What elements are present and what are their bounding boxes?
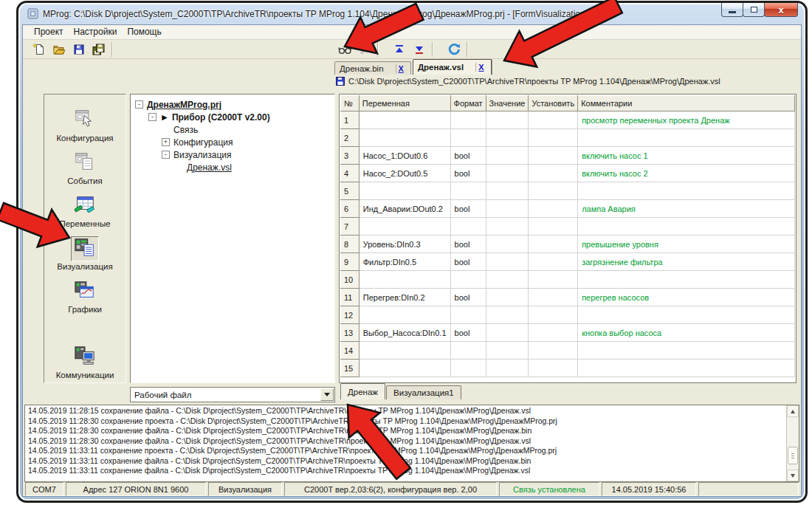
value-cell[interactable] [486,271,529,289]
variable-cell[interactable] [359,360,450,377]
set-cell[interactable] [529,289,578,306]
comment-cell[interactable] [578,271,795,289]
variable-cell[interactable] [359,218,450,236]
format-cell[interactable] [450,218,486,236]
set-cell[interactable] [529,306,578,324]
format-cell[interactable] [450,182,486,200]
comment-cell[interactable] [578,360,795,377]
comment-cell[interactable]: лампа Авария [578,200,795,218]
row-number-cell[interactable]: 13 [341,324,359,342]
tab-close-icon[interactable]: X [475,63,486,72]
tree-expander-icon[interactable]: - [162,151,170,159]
menu-project[interactable]: Проект [29,25,69,38]
sidebar-item-configuration[interactable]: Конфигурация [44,108,125,142]
set-cell[interactable] [529,218,578,236]
comment-cell[interactable] [578,218,795,236]
row-number-cell[interactable]: 11 [341,289,359,306]
tab-close-icon[interactable]: X [396,64,406,73]
set-cell[interactable] [529,200,578,218]
minimize-button[interactable] [721,3,743,17]
value-cell[interactable] [486,218,529,236]
menu-help[interactable]: Помощь [122,25,166,38]
comment-cell[interactable]: загрязнение фильтра [578,253,795,271]
comment-cell[interactable]: включить насос 1 [578,147,795,165]
row-number-cell[interactable]: 5 [341,182,359,200]
tree-node-link[interactable]: Связь [132,123,333,136]
variable-cell[interactable]: Фильтр:DIn0.5 [359,253,450,271]
format-cell[interactable]: bool [450,289,486,306]
value-cell[interactable] [486,324,529,342]
format-cell[interactable]: bool [450,324,486,342]
new-file-button[interactable] [29,41,49,58]
set-cell[interactable] [529,236,578,253]
tree-node-visualization[interactable]: - Визуализация [132,148,333,161]
tree-node-drenazh-vsl[interactable]: Дренаж.vsl [132,161,333,174]
comment-cell[interactable] [578,306,795,324]
file-tab-drenazh-vsl[interactable]: Дренаж.vsl X [413,59,492,75]
edit-mode-button[interactable] [354,41,374,58]
restore-button[interactable] [743,3,765,17]
sidebar-item-visualization[interactable]: Визуализация [44,236,125,271]
format-cell[interactable] [450,342,486,360]
set-cell[interactable] [529,165,578,182]
open-file-button[interactable] [49,41,69,58]
format-cell[interactable]: bool [450,147,486,165]
comment-cell[interactable]: перегрев насосов [578,289,795,306]
column-header-3[interactable]: Значение [486,96,529,111]
row-number-cell[interactable]: 4 [341,165,359,182]
value-cell[interactable] [486,306,529,324]
row-number-cell[interactable]: 9 [341,253,359,271]
tree-expander-icon[interactable]: - [148,113,156,121]
value-cell[interactable] [486,111,529,129]
value-cell[interactable] [486,236,529,253]
variable-cell[interactable] [359,342,450,360]
set-cell[interactable] [529,360,578,377]
value-cell[interactable] [486,289,529,306]
variable-cell[interactable] [359,271,450,289]
column-header-2[interactable]: Формат [450,96,486,111]
sidebar-item-variables[interactable]: Переменные [44,193,125,228]
bottom-tab-visualization1[interactable]: Визуализация1 [386,385,461,399]
scrollbar-thumb[interactable] [788,447,798,464]
format-cell[interactable] [450,360,486,377]
tree-node-device[interactable]: - ► Прибор (C2000T v2.00) [132,111,333,123]
format-cell[interactable]: bool [450,200,486,218]
variable-cell[interactable] [359,306,450,324]
menu-settings[interactable]: Настройки [69,25,123,38]
bottom-tab-drenazh[interactable]: Дренаж [340,383,385,399]
set-cell[interactable] [529,253,578,271]
tree-expander-icon[interactable]: + [162,138,170,146]
column-header-4[interactable]: Установить [529,96,578,111]
value-cell[interactable] [486,129,529,147]
row-number-cell[interactable]: 6 [341,200,359,218]
sidebar-item-communications[interactable]: Коммуникации [44,345,125,379]
row-number-cell[interactable]: 10 [341,271,359,289]
format-cell[interactable] [450,111,486,129]
value-cell[interactable] [486,360,529,377]
variable-cell[interactable] [359,182,450,200]
row-number-cell[interactable]: 2 [341,129,359,147]
variable-cell[interactable]: Выбор_Насоса:DIn0.1 [359,324,450,342]
row-number-cell[interactable]: 7 [341,218,359,236]
set-cell[interactable] [529,111,578,129]
tree-node-project[interactable]: - ДренажMProg.prj [132,98,333,111]
refresh-button[interactable] [444,41,464,58]
sidebar-item-charts[interactable]: Графики [44,279,125,314]
log-scrollbar[interactable] [786,405,799,481]
row-number-cell[interactable]: 8 [341,236,359,253]
comment-cell[interactable] [578,342,795,360]
file-tab-drenazh-bin[interactable]: Дренаж.bin X [334,61,411,75]
combo-dropdown-button[interactable] [320,388,334,401]
close-button[interactable]: x [764,3,798,17]
variable-cell[interactable]: Насос_2:DOut0.5 [359,165,450,182]
set-cell[interactable] [529,147,578,165]
set-cell[interactable] [529,182,578,200]
scrollbar-track[interactable] [787,417,799,470]
column-header-5[interactable]: Комментарии [578,96,795,111]
row-number-cell[interactable]: 15 [341,360,359,377]
comment-cell[interactable]: кнопка выбор насоса [578,324,795,342]
set-cell[interactable] [529,271,578,289]
value-cell[interactable] [486,342,529,360]
format-cell[interactable] [450,129,486,147]
workfile-combo[interactable]: Рабочий файл [130,387,335,402]
